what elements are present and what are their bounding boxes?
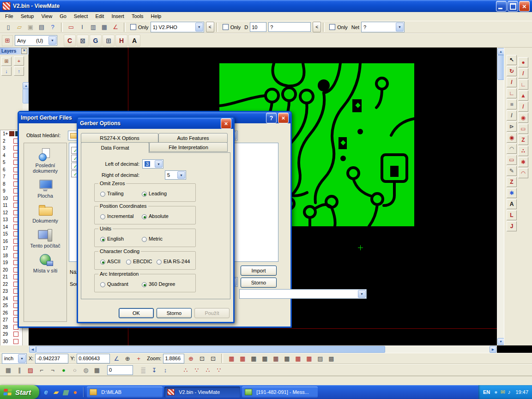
canvas-hscrollbar[interactable]: ◀ ▶	[29, 345, 497, 353]
tab-rs274x-options[interactable]: RS274-X Options	[81, 133, 158, 143]
pattern-target-icon[interactable]: ◉	[518, 113, 528, 123]
move-layer-down-icon[interactable]: ↓	[1, 66, 12, 76]
chevron-down-icon[interactable]: ▼	[358, 290, 366, 298]
any-filter-combo[interactable]: Any (U) ▼	[15, 35, 57, 46]
radio-absolute[interactable]	[142, 214, 147, 219]
menu-insert[interactable]: Insert	[108, 12, 128, 21]
chevron-down-icon[interactable]: ▼	[177, 171, 185, 179]
pattern-arc-icon[interactable]: ◠	[518, 168, 528, 178]
select-cursor-icon[interactable]: ↖	[507, 55, 517, 65]
menu-help[interactable]: Help	[147, 12, 165, 21]
units-combo[interactable]: inch ▼	[2, 353, 27, 364]
pattern-triangle-icon[interactable]: ▲	[518, 91, 528, 101]
chevron-down-icon[interactable]: ▼	[18, 354, 26, 363]
columns-icon[interactable]: ∥	[14, 364, 25, 375]
pan-updown-icon[interactable]: ↕	[160, 364, 171, 375]
x-coordinate-input[interactable]	[35, 354, 68, 363]
aperture-table-icon[interactable]: ▦	[237, 353, 248, 364]
save-icon[interactable]: ▣	[25, 22, 36, 33]
move-layer-up-icon[interactable]: ↑	[14, 66, 24, 76]
pattern-z-icon[interactable]: Z	[518, 135, 528, 145]
only-layer-checkbox[interactable]	[130, 24, 136, 30]
menu-edit[interactable]: Edit	[91, 12, 108, 21]
bracket-close-icon[interactable]: ¬	[47, 364, 58, 375]
task-button[interactable]: V2.bin - ViewMate	[164, 387, 240, 398]
pattern-corner-icon[interactable]: ∟	[518, 79, 528, 90]
app-green-icon[interactable]: ▦	[60, 387, 70, 397]
component-c-icon[interactable]: C	[64, 35, 76, 47]
hook-tool-icon[interactable]: J	[507, 221, 517, 231]
restore-icon[interactable]	[508, 1, 518, 12]
radio-trailing[interactable]	[100, 192, 105, 197]
minimize-icon[interactable]	[496, 1, 507, 12]
filetype-combo[interactable]: ▼	[239, 289, 367, 299]
pattern-rect-icon[interactable]: ▭	[518, 124, 528, 134]
pattern-line-icon[interactable]: /	[518, 68, 528, 79]
task-button[interactable]: [191-482-091] - Mess...	[242, 387, 318, 398]
folder-shortcut-icon[interactable]: ▰	[51, 387, 60, 397]
overlay-icon[interactable]: ⊞	[2, 35, 13, 46]
radio-eia-rs244[interactable]	[157, 260, 162, 265]
zoom-page-icon[interactable]: ⊡	[207, 353, 218, 364]
dialog-close-icon[interactable]: ×	[278, 113, 289, 123]
redraw-icon[interactable]: ↻	[507, 66, 517, 76]
gerber-close-icon[interactable]: ×	[221, 118, 231, 129]
radio-english[interactable]	[100, 237, 105, 242]
grid-settings-icon[interactable]: ▦	[91, 364, 103, 375]
tab-file-interpretation[interactable]: File Interpretation	[149, 142, 228, 152]
language-indicator[interactable]: EN	[483, 389, 490, 395]
drop-anchor-icon[interactable]: ↧	[149, 364, 160, 375]
radio-incremental[interactable]	[100, 214, 105, 219]
apply-button[interactable]: Použít	[194, 308, 230, 318]
draw-arc-icon[interactable]: ◠	[507, 144, 517, 154]
start-button[interactable]: Start	[0, 385, 39, 399]
layer-grid-icon[interactable]: ⊞	[1, 57, 12, 66]
layer-combo[interactable]: 1) V2.PHO ▼	[151, 22, 204, 32]
print-icon[interactable]: ▤	[36, 22, 47, 33]
import-button[interactable]: Import	[241, 266, 277, 276]
import-cancel-button[interactable]: Storno	[241, 278, 277, 288]
menu-file[interactable]: File	[1, 12, 17, 21]
draw-corner-icon[interactable]: ∟	[507, 88, 517, 98]
zoom-window-icon[interactable]: ⊡	[196, 353, 207, 364]
menu-view[interactable]: View	[37, 12, 56, 21]
select-dcode-icon[interactable]: ▭	[66, 22, 77, 33]
radio-360-degree[interactable]	[142, 282, 147, 287]
net-table-icon[interactable]: ▦	[259, 353, 270, 364]
pattern-slash-icon[interactable]: /	[518, 102, 528, 112]
report-table-icon[interactable]: ▦	[281, 353, 292, 364]
new-file-icon[interactable]: ▯	[3, 22, 14, 33]
hatch-icon[interactable]: ▨	[314, 353, 326, 364]
flip-icon[interactable]: ⊠	[77, 35, 89, 47]
scroll-up-icon[interactable]: ▲	[497, 48, 504, 55]
open-folder-icon[interactable]: ▱	[14, 22, 25, 33]
table-icon[interactable]: ▦	[99, 22, 110, 33]
edit-vertex-icon[interactable]: ✎	[507, 166, 517, 176]
task-button[interactable]: D:\MLAB	[87, 387, 163, 398]
chevron-down-icon[interactable]: ▼	[155, 160, 163, 168]
chevron-down-icon[interactable]: ▼	[195, 23, 203, 31]
probe-icon[interactable]: ◍	[80, 364, 91, 375]
place-computer[interactable]: Tento počítač	[24, 228, 66, 248]
layer-row-29[interactable]: 29	[0, 331, 22, 338]
origin-cross-icon[interactable]: +	[133, 353, 144, 364]
pad-table-icon[interactable]: ▦	[292, 353, 303, 364]
layer-add-icon[interactable]: +	[14, 56, 24, 66]
status-ok-icon[interactable]: ●	[58, 364, 69, 375]
only-dcode-checkbox[interactable]	[223, 24, 229, 30]
radio-ascii[interactable]	[100, 260, 105, 265]
fill-rect-icon[interactable]: ■	[507, 99, 517, 109]
aperture-star-icon[interactable]: ✱	[507, 188, 517, 198]
mail-tray-icon[interactable]: ✉	[500, 389, 505, 395]
dot-grid-icon[interactable]: ▒	[138, 364, 149, 375]
prev-dcode-button[interactable]: <	[313, 22, 321, 32]
volume-tray-icon[interactable]: ♪	[508, 389, 510, 395]
prev-layer-button[interactable]: <	[206, 22, 214, 32]
pad-pattern-2-icon[interactable]: ∵	[191, 364, 202, 375]
ie-icon[interactable]: e	[41, 387, 51, 397]
pad-pattern-4-icon[interactable]: ∵	[213, 364, 224, 375]
dcode-input[interactable]	[250, 22, 266, 32]
text-tool-icon[interactable]: A	[507, 199, 517, 209]
layers-close-icon[interactable]: ×	[21, 48, 27, 54]
layer-row-30[interactable]: 30	[0, 338, 22, 345]
